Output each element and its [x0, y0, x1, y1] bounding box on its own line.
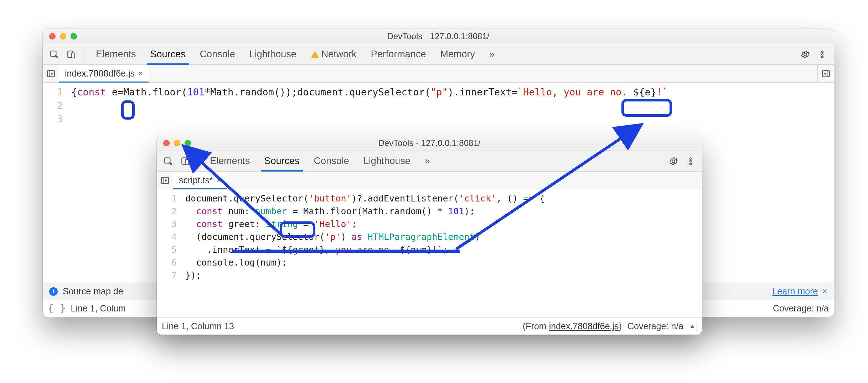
pretty-print-icon[interactable]: { } [48, 303, 66, 314]
svg-rect-12 [185, 159, 189, 164]
tab-sources[interactable]: Sources [144, 44, 192, 64]
gear-icon[interactable] [797, 50, 813, 59]
tab-elements[interactable]: Elements [203, 151, 257, 171]
file-tab[interactable]: index.7808df6e.js × [59, 65, 149, 82]
file-tab-label: script.ts* [179, 175, 213, 185]
origin-file-link[interactable]: index.7808df6e.js [549, 321, 619, 331]
inspect-icon[interactable] [46, 50, 62, 59]
svg-rect-2 [71, 53, 75, 58]
divider [198, 155, 198, 167]
titlebar: DevTools - 127.0.0.1:8081/ [43, 28, 834, 44]
file-tab-label: index.7808df6e.js [65, 68, 135, 79]
file-tabs: index.7808df6e.js × [43, 65, 834, 83]
status-bar: Line 1, Column 13 (From index.7808df6e.j… [157, 318, 702, 335]
tab-memory[interactable]: Memory [434, 44, 481, 64]
device-toggle-icon[interactable] [63, 50, 79, 59]
tabs-overflow[interactable]: » [418, 151, 436, 171]
close-icon[interactable]: × [217, 176, 221, 185]
tabs-overflow[interactable]: » [483, 44, 501, 64]
tab-network-label: Network [321, 49, 357, 60]
coverage-label: Coverage: n/a [773, 303, 829, 314]
tab-network[interactable]: Network [304, 44, 363, 64]
svg-point-13 [690, 158, 691, 159]
svg-rect-9 [822, 70, 830, 77]
code-content: document.querySelector('button')?.addEve… [182, 189, 548, 318]
close-icon[interactable]: × [822, 286, 827, 297]
tab-elements[interactable]: Elements [89, 44, 143, 64]
info-icon: i [49, 287, 58, 296]
inspect-icon[interactable] [160, 157, 176, 166]
coverage-label: Coverage: n/a [627, 321, 683, 331]
cursor-position: Line 1, Colum [71, 303, 126, 314]
gear-icon[interactable] [666, 157, 681, 166]
learn-more-link[interactable]: Learn more [773, 286, 818, 297]
titlebar: DevTools - 127.0.0.1:8081/ [157, 135, 702, 151]
svg-rect-8 [47, 70, 55, 77]
gutter: 1 2 3 [43, 83, 68, 283]
tab-console[interactable]: Console [308, 151, 356, 171]
expand-up-icon[interactable] [688, 322, 697, 331]
cursor-position: Line 1, Column 13 [162, 321, 234, 331]
infobar-text: Source map de [63, 286, 123, 297]
origin-label: (From index.7808df6e.js) [523, 321, 622, 331]
svg-rect-3 [315, 53, 315, 56]
file-tabs: script.ts* × [157, 172, 702, 189]
svg-rect-4 [315, 56, 315, 57]
tab-console[interactable]: Console [193, 44, 242, 64]
navigator-toggle-icon[interactable] [43, 65, 59, 82]
close-icon[interactable]: × [138, 69, 143, 78]
svg-point-15 [690, 163, 691, 164]
svg-point-14 [690, 160, 691, 162]
svg-point-5 [822, 51, 823, 52]
code-editor[interactable]: 1 2 3 4 5 6 7 document.querySelector('bu… [157, 189, 702, 318]
debugger-pane-toggle-icon[interactable] [817, 65, 834, 82]
kebab-icon[interactable] [683, 157, 698, 166]
file-tab[interactable]: script.ts* × [173, 172, 227, 189]
divider [84, 48, 84, 61]
tab-sources[interactable]: Sources [258, 151, 306, 171]
navigator-toggle-icon[interactable] [157, 172, 173, 189]
tab-lighthouse[interactable]: Lighthouse [357, 151, 417, 171]
window-title: DevTools - 127.0.0.1:8081/ [43, 31, 834, 41]
devtools-tabs: Elements Sources Console Lighthouse » [157, 151, 702, 172]
svg-rect-16 [161, 177, 169, 183]
devtools-tabs: Elements Sources Console Lighthouse Netw… [43, 44, 834, 65]
tab-lighthouse[interactable]: Lighthouse [243, 44, 303, 64]
device-toggle-icon[interactable] [177, 157, 193, 166]
svg-point-6 [822, 53, 823, 55]
warning-icon [311, 50, 319, 59]
svg-point-7 [822, 56, 823, 58]
window-title: DevTools - 127.0.0.1:8081/ [157, 138, 702, 148]
gutter: 1 2 3 4 5 6 7 [157, 189, 182, 318]
tab-performance[interactable]: Performance [365, 44, 433, 64]
kebab-icon[interactable] [815, 50, 830, 59]
